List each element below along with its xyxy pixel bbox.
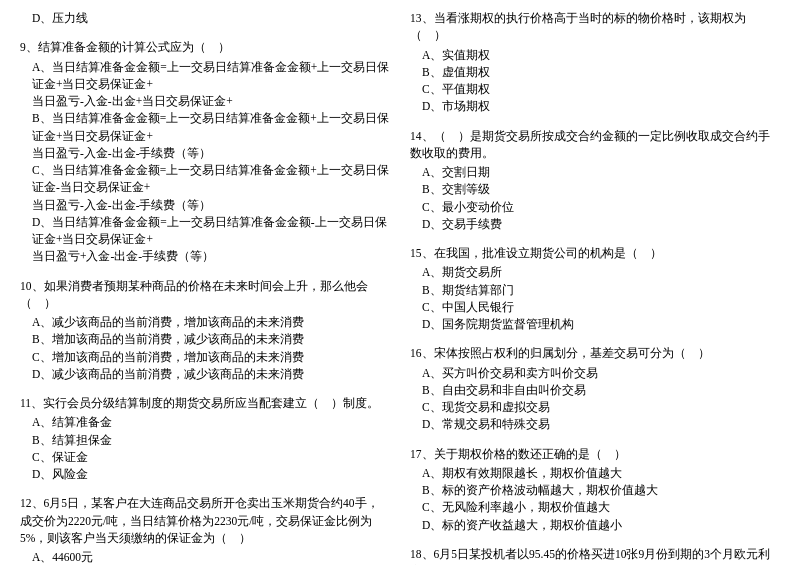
q10-option-a: A、减少该商品的当前消费，增加该商品的未来消费 (20, 314, 390, 331)
question-block-16: 16、宋体按照占权利的归属划分，基差交易可分为（ ） A、买方叫价交易和卖方叫价… (410, 345, 780, 433)
question-9-title: 9、结算准备金额的计算公式应为（ ） (20, 39, 390, 56)
q15-option-b: B、期货结算部门 (410, 282, 780, 299)
q14-option-a: A、交割日期 (410, 164, 780, 181)
question-block-d: D、压力线 (20, 10, 390, 27)
question-17-title: 17、关于期权价格的数还正确的是（ ） (410, 446, 780, 463)
q14-option-c: C、最小变动价位 (410, 199, 780, 216)
question-11-title: 11、实行会员分级结算制度的期货交易所应当配套建立（ ）制度。 (20, 395, 390, 412)
question-10-title: 10、如果消费者预期某种商品的价格在未来时间会上升，那么他会（ ） (20, 278, 390, 313)
q15-option-a: A、期货交易所 (410, 264, 780, 281)
question-block-18: 18、6月5日某投机者以95.45的价格买进10张9月份到期的3个月欧元利率（E… (410, 546, 780, 565)
q13-option-c: C、平值期权 (410, 81, 780, 98)
q9-option-c-line1: C、当日结算准备金金额=上一交易日结算准备金金额+上一交易日保证金-当日交易保证… (20, 162, 390, 197)
q16-option-d: D、常规交易和特殊交易 (410, 416, 780, 433)
q12-option-a: A、44600元 (20, 549, 390, 565)
q11-option-a: A、结算准备金 (20, 414, 390, 431)
q11-option-b: B、结算担保金 (20, 432, 390, 449)
q17-option-b: B、标的资产价格波动幅越大，期权价值越大 (410, 482, 780, 499)
q16-option-b: B、自由交易和非自由叫价交易 (410, 382, 780, 399)
question-18-title: 18、6月5日某投机者以95.45的价格买进10张9月份到期的3个月欧元利率（E… (410, 546, 780, 565)
q13-option-d: D、市场期权 (410, 98, 780, 115)
question-block-11: 11、实行会员分级结算制度的期货交易所应当配套建立（ ）制度。 A、结算准备金 … (20, 395, 390, 483)
q15-option-c: C、中国人民银行 (410, 299, 780, 316)
question-12-title: 12、6月5日，某客户在大连商品交易所开仓卖出玉米期货合约40手，成交价为222… (20, 495, 390, 547)
question-14-title: 14、（ ）是期货交易所按成交合约金额的一定比例收取成交合约手数收取的费用。 (410, 128, 780, 163)
q13-option-a: A、实值期权 (410, 47, 780, 64)
question-block-15: 15、在我国，批准设立期货公司的机构是（ ） A、期货交易所 B、期货结算部门 … (410, 245, 780, 333)
q17-option-c: C、无风险利率越小，期权价值越大 (410, 499, 780, 516)
q10-option-c: C、增加该商品的当前消费，增加该商品的未来消费 (20, 349, 390, 366)
q16-option-c: C、现货交易和虚拟交易 (410, 399, 780, 416)
left-column: D、压力线 9、结算准备金额的计算公式应为（ ） A、当日结算准备金金额=上一交… (20, 10, 390, 565)
two-column-layout: D、压力线 9、结算准备金额的计算公式应为（ ） A、当日结算准备金金额=上一交… (20, 10, 780, 565)
q17-option-d: D、标的资产收益越大，期权价值越小 (410, 517, 780, 534)
q10-option-d: D、减少该商品的当前消费，减少该商品的未来消费 (20, 366, 390, 383)
page-container: D、压力线 9、结算准备金额的计算公式应为（ ） A、当日结算准备金金额=上一交… (20, 10, 780, 565)
q16-option-a: A、买方叫价交易和卖方叫价交易 (410, 365, 780, 382)
q9-option-b-line1: B、当日结算准备金金额=上一交易日结算准备金金额+上一交易日保证金+当日交易保证… (20, 110, 390, 145)
question-block-13: 13、当看涨期权的执行价格高于当时的标的物价格时，该期权为（ ） A、实值期权 … (410, 10, 780, 116)
question-block-14: 14、（ ）是期货交易所按成交合约金额的一定比例收取成交合约手数收取的费用。 A… (410, 128, 780, 234)
q9-option-d-line2: 当日盈亏+入金-出金-手续费（等） (20, 248, 390, 265)
q15-option-d: D、国务院期货监督管理机构 (410, 316, 780, 333)
question-15-title: 15、在我国，批准设立期货公司的机构是（ ） (410, 245, 780, 262)
q9-option-c-line2: 当日盈亏-入金-出金-手续费（等） (20, 197, 390, 214)
option-d-pressure: D、压力线 (20, 10, 390, 27)
q9-option-d-line1: D、当日结算准备金金额=上一交易日结算准备金金额-上一交易日保证金+当日交易保证… (20, 214, 390, 249)
q13-option-b: B、虚值期权 (410, 64, 780, 81)
q14-option-d: D、交易手续费 (410, 216, 780, 233)
question-16-title: 16、宋体按照占权利的归属划分，基差交易可分为（ ） (410, 345, 780, 362)
right-column: 13、当看涨期权的执行价格高于当时的标的物价格时，该期权为（ ） A、实值期权 … (410, 10, 780, 565)
question-block-10: 10、如果消费者预期某种商品的价格在未来时间会上升，那么他会（ ） A、减少该商… (20, 278, 390, 384)
q11-option-c: C、保证金 (20, 449, 390, 466)
q11-option-d: D、风险金 (20, 466, 390, 483)
q9-option-a-line2: 当日盈亏-入金-出金+当日交易保证金+ (20, 93, 390, 110)
q9-option-a-line1: A、当日结算准备金金额=上一交易日结算准备金金额+上一交易日保证金+当日交易保证… (20, 59, 390, 94)
question-block-17: 17、关于期权价格的数还正确的是（ ） A、期权有效期限越长，期权价值越大 B、… (410, 446, 780, 534)
q17-option-a: A、期权有效期限越长，期权价值越大 (410, 465, 780, 482)
q10-option-b: B、增加该商品的当前消费，减少该商品的未来消费 (20, 331, 390, 348)
question-block-12: 12、6月5日，某客户在大连商品交易所开仓卖出玉米期货合约40手，成交价为222… (20, 495, 390, 565)
q9-option-b-line2: 当日盈亏-入金-出金-手续费（等） (20, 145, 390, 162)
question-13-title: 13、当看涨期权的执行价格高于当时的标的物价格时，该期权为（ ） (410, 10, 780, 45)
question-block-9: 9、结算准备金额的计算公式应为（ ） A、当日结算准备金金额=上一交易日结算准备… (20, 39, 390, 265)
q14-option-b: B、交割等级 (410, 181, 780, 198)
